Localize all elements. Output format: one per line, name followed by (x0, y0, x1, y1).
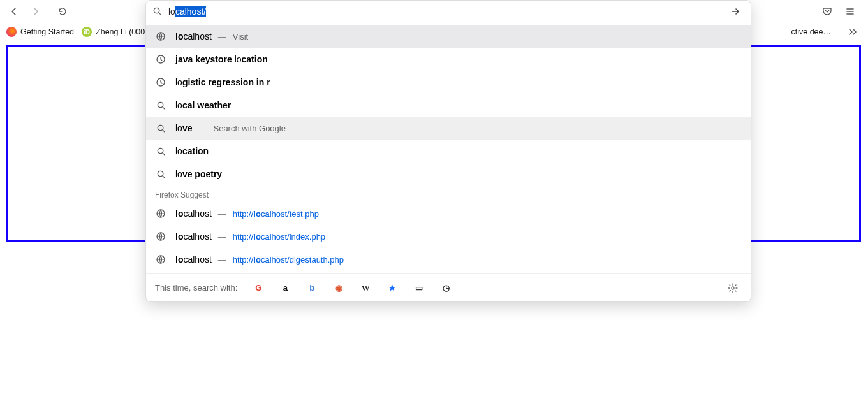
suggestion-history[interactable]: java keystore location (146, 48, 751, 71)
reload-icon (57, 6, 68, 17)
suggestion-search[interactable]: location (146, 140, 751, 163)
svg-point-5 (158, 125, 163, 130)
pocket-icon (822, 6, 832, 17)
search-icon (155, 170, 166, 179)
svg-point-7 (158, 171, 163, 176)
suggestion-search[interactable]: love poetry (146, 163, 751, 185)
engine-wikipedia[interactable]: W (360, 282, 371, 294)
bookmarks-overflow-button[interactable] (844, 23, 862, 41)
search-engine-row: This time, search with: G a b ◉ W ★ ▭ ◷ (146, 273, 751, 301)
search-icon (152, 6, 162, 16)
back-icon (9, 6, 19, 17)
urlbar-text[interactable]: localhost/ (168, 6, 206, 17)
clock-icon (155, 77, 166, 87)
engine-amazon[interactable]: a (279, 282, 291, 294)
bookmark-getting-started[interactable]: Getting Started (6, 27, 74, 37)
suggestion-history[interactable]: logistic regression in r (146, 71, 751, 94)
back-button[interactable] (5, 3, 23, 20)
firefox-suggest-label: Firefox Suggest (146, 185, 751, 202)
clock-icon (155, 54, 166, 64)
search-icon (155, 147, 166, 156)
pocket-button[interactable] (818, 3, 836, 20)
svg-point-6 (158, 148, 163, 153)
app-menu-button[interactable] (841, 3, 859, 20)
search-icon (155, 101, 166, 110)
engine-bookmarks[interactable]: ★ (386, 282, 398, 294)
urlbar-typed: lo (168, 6, 175, 17)
engine-google[interactable]: G (253, 282, 264, 294)
engine-tabs[interactable]: ▭ (413, 282, 425, 294)
globe-icon (155, 31, 166, 41)
reload-button[interactable] (54, 3, 71, 20)
firefox-icon (6, 27, 17, 37)
urlbar-dropdown: localhost/ localhost — Visit java keysto… (145, 0, 751, 302)
svg-point-0 (154, 8, 159, 13)
arrow-right-icon (730, 6, 740, 17)
globe-icon (155, 231, 166, 242)
firefox-suggest-item[interactable]: localhost — http://localhost/digestauth.… (146, 248, 751, 271)
svg-point-11 (732, 287, 734, 289)
engines-label: This time, search with: (155, 283, 237, 293)
suggestions-list: localhost — Visit java keystore location… (146, 22, 751, 273)
engine-history[interactable]: ◷ (440, 282, 452, 294)
bookmark-label: Getting Started (20, 27, 74, 36)
globe-icon (155, 254, 166, 265)
urlbar-autocomplete: calhost/ (175, 6, 206, 17)
globe-icon (155, 208, 166, 219)
firefox-suggest-item[interactable]: localhost — http://localhost/index.php (146, 225, 751, 248)
chevron-double-right-icon (848, 29, 858, 35)
orcid-icon: iD (82, 27, 92, 37)
suggestion-search-google[interactable]: love — Search with Google (146, 117, 751, 140)
firefox-suggest-item[interactable]: localhost — http://localhost/test.php (146, 202, 751, 225)
forward-icon (31, 6, 41, 17)
hamburger-icon (845, 6, 855, 17)
suggestion-visit[interactable]: localhost — Visit (146, 25, 751, 48)
svg-point-4 (158, 102, 163, 107)
suggestion-search[interactable]: local weather (146, 94, 751, 117)
gear-icon (728, 283, 738, 293)
urlbar-input-row[interactable]: localhost/ (146, 1, 751, 22)
engine-duckduckgo[interactable]: ◉ (333, 282, 344, 294)
bookmark-label: ctive dee… (791, 27, 831, 36)
engine-bing[interactable]: b (306, 282, 318, 294)
search-icon (155, 124, 166, 133)
search-settings-button[interactable] (724, 279, 742, 297)
go-button[interactable] (726, 3, 744, 20)
bookmark-truncated-right[interactable]: ctive dee… (791, 27, 831, 36)
forward-button[interactable] (27, 3, 45, 20)
